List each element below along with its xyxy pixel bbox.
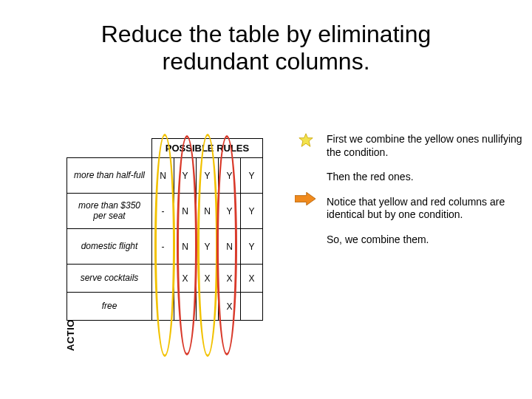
cell: Y <box>219 158 241 194</box>
note-text: First we combine the yellow ones nullify… <box>309 133 523 159</box>
cell: N <box>174 229 197 265</box>
note-text: So, we combine them. <box>309 233 523 247</box>
table-header: POSSIBLE RULES <box>152 139 263 158</box>
cell <box>241 293 263 321</box>
row-label: more than $350 per seat <box>67 194 152 229</box>
row-label: more than half-full <box>67 158 152 194</box>
cell: X <box>197 265 219 293</box>
cell: X <box>241 265 263 293</box>
cell: N <box>197 194 219 229</box>
table-row: serve cocktails X X X X <box>67 265 263 293</box>
cell: Y <box>241 229 263 265</box>
note-text: Notice that yellow and red columns are i… <box>309 196 523 222</box>
cell: X <box>219 293 241 321</box>
table-row: free X <box>67 293 263 321</box>
cell: Y <box>174 158 197 194</box>
note-text: Then the red ones. <box>309 171 523 184</box>
cell: X <box>174 265 197 293</box>
table-row: domestic flight - N Y N Y <box>67 229 263 265</box>
decision-table: POSSIBLE RULES more than half-full N Y Y… <box>66 138 263 321</box>
table-row: more than $350 per seat - N N Y Y <box>67 194 263 229</box>
cell: X <box>219 265 241 293</box>
annotation-panel: First we combine the yellow ones nullify… <box>309 133 523 258</box>
table-row: more than half-full N Y Y Y Y <box>67 158 263 194</box>
row-label: serve cocktails <box>67 265 152 293</box>
cell: N <box>174 194 197 229</box>
cell <box>197 293 219 321</box>
cell: Y <box>241 194 263 229</box>
cell <box>174 293 197 321</box>
cell <box>152 265 174 293</box>
cell: N <box>152 158 174 194</box>
row-label: free <box>67 293 152 321</box>
cell: - <box>152 194 174 229</box>
cell: Y <box>197 158 219 194</box>
decision-table-area: CONDITONS ACTIONS POSSIBLE RULES more th… <box>44 129 340 373</box>
cell <box>152 293 174 321</box>
cell: Y <box>219 194 241 229</box>
title-line2: redundant columns. <box>162 48 369 75</box>
cell: Y <box>197 229 219 265</box>
title-line1: Reduce the table by eliminating <box>101 21 432 47</box>
row-label: domestic flight <box>67 229 152 265</box>
cell: N <box>219 229 241 265</box>
slide-title: Reduce the table by eliminating redundan… <box>0 0 532 75</box>
cell: - <box>152 229 174 265</box>
cell: Y <box>241 158 263 194</box>
